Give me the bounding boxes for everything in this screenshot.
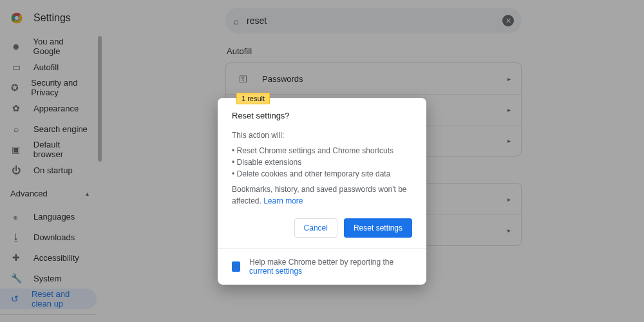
dialog-bullet: Reset Chrome settings and Chrome shortcu… — [232, 145, 412, 156]
dialog-footer-text: Help make Chrome better by reporting the… — [249, 258, 412, 276]
search-result-badge: 1 result — [236, 93, 270, 104]
report-settings-checkbox[interactable]: ✓ — [232, 261, 240, 272]
learn-more-link[interactable]: Learn more — [263, 196, 303, 205]
dialog-lead: This action will: — [232, 129, 412, 141]
dialog-bullet-list: Reset Chrome settings and Chrome shortcu… — [232, 145, 412, 180]
dialog-note: Bookmarks, history, and saved passwords … — [232, 184, 412, 207]
dialog-title: Reset settings? — [232, 111, 412, 120]
cancel-button[interactable]: Cancel — [294, 218, 337, 238]
dialog-bullet: Delete cookies and other temporary site … — [232, 168, 412, 180]
reset-settings-button[interactable]: Reset settings — [344, 218, 412, 238]
reset-settings-dialog: Reset settings? This action will: Reset … — [218, 98, 426, 285]
current-settings-link[interactable]: current settings — [249, 267, 302, 276]
dialog-bullet: Disable extensions — [232, 156, 412, 168]
